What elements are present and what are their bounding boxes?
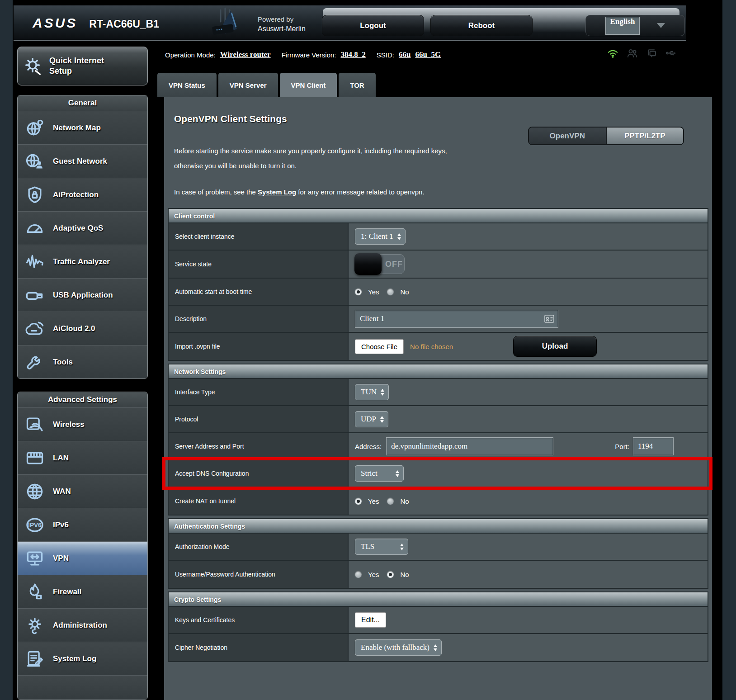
sidebar-item-firewall[interactable]: Firewall xyxy=(18,575,147,608)
nat-yes-label: Yes xyxy=(368,497,379,505)
sidebar-item-wan[interactable]: WAN xyxy=(18,474,147,508)
userpass-no-radio[interactable] xyxy=(387,571,394,578)
sidebar-item-ipv6[interactable]: IPv6 xyxy=(18,508,147,541)
sidebar-item-label: Adaptive QoS xyxy=(53,224,103,233)
system-log-link[interactable]: System Log xyxy=(258,188,296,196)
select-arrows-icon xyxy=(396,470,399,477)
edit-keys-button[interactable]: Edit... xyxy=(355,612,386,628)
sidebar-item-label: Administration xyxy=(53,621,107,630)
contact-card-icon[interactable] xyxy=(544,314,555,323)
sidebar-group: Advanced SettingsWirelessLANWANIPv6VPNFi… xyxy=(17,392,148,700)
sidebar-item-network-map[interactable]: Network Map xyxy=(18,111,147,144)
autostart-yes-radio[interactable] xyxy=(355,289,362,295)
toggle-off-label: OFF xyxy=(385,260,403,269)
row-label: Automatic start at boot time xyxy=(169,279,349,305)
autostart-no-radio[interactable] xyxy=(387,289,394,295)
tab-vpn-status[interactable]: VPN Status xyxy=(157,73,217,97)
nat-yes-radio[interactable] xyxy=(355,498,362,505)
system-log-icon xyxy=(25,649,45,669)
sidebar-item-tools[interactable]: Tools xyxy=(18,345,147,378)
sidebar-group-title: General xyxy=(18,95,147,111)
firewall-icon xyxy=(25,582,45,602)
accept-dns-select[interactable]: Strict xyxy=(355,465,404,482)
ipv6-icon xyxy=(25,515,45,535)
nat-no-radio[interactable] xyxy=(387,498,394,505)
firmware-version-label: Firmware Version: xyxy=(282,51,336,59)
server-address-input[interactable] xyxy=(386,437,553,455)
firmware-version-link[interactable]: 384.8_2 xyxy=(341,50,366,59)
operation-mode-link[interactable]: Wireless router xyxy=(220,50,271,59)
usb-application-icon xyxy=(25,285,45,305)
address-label: Address: xyxy=(355,443,382,450)
row-label: Authorization Mode xyxy=(169,534,349,560)
crypto-settings-table: Crypto Settings Keys and Certificates Ed… xyxy=(168,591,708,662)
ssid-24g-link[interactable]: 66u xyxy=(399,50,410,59)
row-accept-dns-configuration: Accept DNS Configuration Strict xyxy=(169,460,708,487)
pptp-l2tp-segment-button[interactable]: PPTP/L2TP xyxy=(606,128,684,144)
administration-icon xyxy=(25,615,45,635)
language-select[interactable]: English xyxy=(585,15,685,36)
client-instance-select[interactable]: 1: Client 1 xyxy=(355,228,406,245)
sidebar-item-label: IPv6 xyxy=(53,520,69,530)
row-cipher-negotiation: Cipher Negotiation Enable (with fallback… xyxy=(169,634,708,661)
note-text: In case of problem, see the System Log f… xyxy=(174,188,712,196)
lan-icon xyxy=(25,448,45,468)
router-product-image xyxy=(207,7,250,39)
tab-vpn-server[interactable]: VPN Server xyxy=(218,73,278,97)
chevron-down-icon xyxy=(657,23,665,28)
logout-button[interactable]: Logout xyxy=(322,15,424,36)
description-input[interactable] xyxy=(355,310,558,328)
row-description: Description xyxy=(169,306,708,333)
interface-type-select[interactable]: TUN xyxy=(355,384,389,400)
select-arrows-icon xyxy=(400,544,404,550)
row-userpass-authentication: Username/Password Authentication Yes No xyxy=(169,561,708,588)
userpass-no-label: No xyxy=(400,571,409,578)
sidebar-item-usb-application[interactable]: USB Application xyxy=(18,278,147,312)
row-protocol: Protocol UDP xyxy=(169,406,708,433)
sidebar-item-adaptive-qos[interactable]: Adaptive QoS xyxy=(18,211,147,245)
sidebar-item-vpn[interactable]: VPN xyxy=(18,541,147,575)
status-icons xyxy=(607,47,677,59)
powered-by-block: Powered by Asuswrt-Merlin xyxy=(258,14,306,33)
sidebar-item-label: Traffic Analyzer xyxy=(53,257,110,266)
userpass-yes-label: Yes xyxy=(368,571,379,578)
service-state-toggle[interactable]: OFF xyxy=(355,254,405,274)
ssid-5g-link[interactable]: 66u_5G xyxy=(415,50,441,59)
autostart-no-label: No xyxy=(400,288,409,296)
intro-text: Before starting the service make sure yo… xyxy=(174,143,712,173)
sidebar-item-label: AiProtection xyxy=(53,190,99,199)
choose-file-button[interactable]: Choose File xyxy=(355,339,404,354)
network-settings-table: Network Settings Interface Type TUN Prot… xyxy=(168,364,708,516)
userpass-yes-radio[interactable] xyxy=(355,571,362,578)
row-keys-certificates: Keys and Certificates Edit... xyxy=(169,607,708,634)
select-arrows-icon xyxy=(434,644,437,651)
sidebar-item-guest-network[interactable]: Guest Network xyxy=(18,144,147,178)
sidebar-item-wireless[interactable]: Wireless xyxy=(18,407,147,441)
sidebar-item-aicloud-2-0[interactable]: AiCloud 2.0 xyxy=(18,312,147,345)
sidebar-item-label: AiCloud 2.0 xyxy=(53,324,95,333)
reboot-button[interactable]: Reboot xyxy=(430,15,533,36)
toggle-knob xyxy=(354,253,382,275)
sidebar-item-aiprotection[interactable]: AiProtection xyxy=(18,178,147,211)
sidebar-item-lan[interactable]: LAN xyxy=(18,441,147,474)
sidebar-item-quick-internet-setup[interactable]: Quick InternetSetup xyxy=(17,47,148,85)
sidebar-item-traffic-analyzer[interactable]: Traffic Analyzer xyxy=(18,245,147,278)
client-control-header: Client control xyxy=(169,209,708,223)
row-server-address-port: Server Address and Port Address: Port: xyxy=(169,433,708,460)
sidebar-item-administration[interactable]: Administration xyxy=(18,608,147,642)
sidebar-item-system-log[interactable]: System Log xyxy=(18,642,147,675)
openvpn-segment-button[interactable]: OpenVPN xyxy=(529,128,606,144)
server-port-input[interactable] xyxy=(633,437,674,455)
authorization-mode-select[interactable]: TLS xyxy=(355,539,408,555)
tab-tor[interactable]: TOR xyxy=(339,73,375,97)
row-label: Service state xyxy=(169,251,349,278)
cipher-negotiation-select[interactable]: Enable (with fallback) xyxy=(355,639,442,656)
row-label: Server Address and Port xyxy=(169,433,349,459)
accept-dns-value: Strict xyxy=(361,469,377,478)
vpn-client-panel: OpenVPN Client Settings OpenVPN PPTP/L2T… xyxy=(164,97,712,700)
upload-button[interactable]: Upload xyxy=(513,336,597,357)
quick-setup-gear-icon xyxy=(23,56,44,76)
protocol-select[interactable]: UDP xyxy=(355,411,388,427)
tab-vpn-client[interactable]: VPN Client xyxy=(280,73,337,97)
wifi-icon xyxy=(607,47,619,59)
